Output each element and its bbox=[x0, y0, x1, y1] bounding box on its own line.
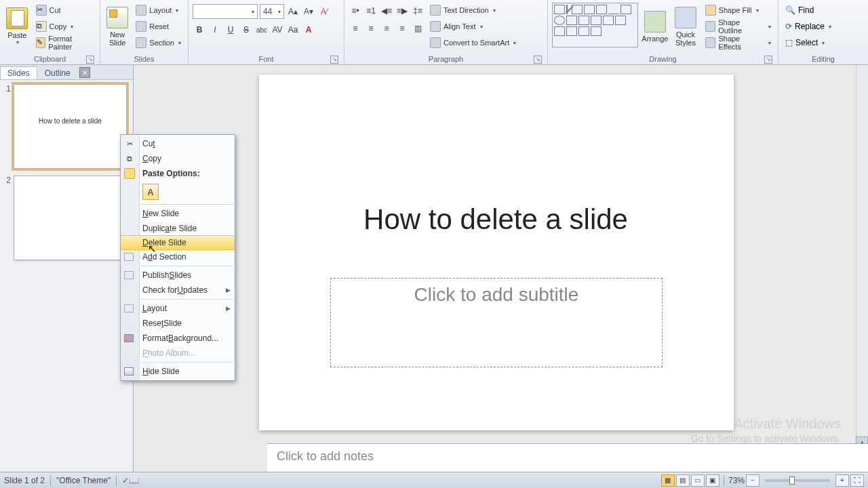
decrease-font-button[interactable]: A▾ bbox=[302, 5, 315, 18]
zoom-in-button[interactable]: + bbox=[835, 474, 849, 487]
ctx-hide-slide[interactable]: Hide Slide bbox=[121, 364, 235, 379]
clear-formatting-button[interactable]: A⁄ bbox=[317, 5, 331, 18]
decrease-indent-button[interactable]: ◀≡ bbox=[380, 4, 393, 18]
font-size-combo[interactable]: 44▾ bbox=[260, 4, 284, 19]
ctx-delete-slide[interactable]: Delete Slide bbox=[121, 235, 235, 250]
vertical-scrollbar[interactable] bbox=[856, 65, 868, 472]
zoom-level[interactable]: 73% bbox=[728, 476, 745, 485]
shape-effects-label: Shape Effects bbox=[718, 35, 764, 51]
tab-slides[interactable]: Slides bbox=[0, 66, 37, 79]
section-icon bbox=[124, 253, 134, 261]
ctx-format-background[interactable]: Format Background... bbox=[121, 331, 235, 346]
increase-font-button[interactable]: A▴ bbox=[286, 5, 300, 18]
replace-button[interactable]: ⟳Replace▾ bbox=[783, 19, 834, 34]
arrange-button[interactable]: Arrange bbox=[641, 3, 669, 50]
ctx-add-section[interactable]: Add Section bbox=[121, 249, 235, 264]
increase-indent-button[interactable]: ≡▶ bbox=[395, 4, 409, 18]
shape-outline-button[interactable]: Shape Outline▾ bbox=[703, 19, 774, 34]
zoom-out-button[interactable]: − bbox=[746, 474, 760, 487]
replace-label: Replace bbox=[795, 22, 825, 31]
columns-button[interactable]: ▥ bbox=[411, 22, 425, 35]
tab-outline[interactable]: Outline bbox=[37, 66, 78, 79]
shadow-button[interactable]: abc bbox=[255, 23, 269, 37]
text-direction-button[interactable]: Text Direction▾ bbox=[427, 3, 519, 18]
spellcheck-icon[interactable]: ✓📖 bbox=[122, 476, 139, 485]
dialog-launcher-icon[interactable]: ↘ bbox=[86, 56, 94, 64]
group-label-font: Font bbox=[258, 55, 273, 63]
dialog-launcher-icon[interactable]: ↘ bbox=[764, 56, 772, 64]
slide-canvas[interactable]: How to delete a slide Click to add subti… bbox=[259, 75, 734, 430]
paste-button[interactable]: Paste ▾ bbox=[4, 3, 31, 50]
submenu-arrow-icon: ▶ bbox=[226, 305, 231, 312]
shape-effects-button[interactable]: Shape Effects▾ bbox=[703, 35, 774, 50]
align-center-button[interactable]: ≡ bbox=[364, 22, 378, 35]
section-button[interactable]: Section▾ bbox=[133, 35, 184, 50]
reset-label: Reset bbox=[149, 22, 169, 30]
justify-button[interactable]: ≡ bbox=[395, 22, 409, 35]
paste-keep-formatting-icon: A bbox=[142, 184, 159, 200]
normal-view-button[interactable]: ▦ bbox=[661, 474, 675, 487]
slide-title[interactable]: How to delete a slide bbox=[302, 203, 689, 236]
reset-button[interactable]: Reset bbox=[133, 19, 184, 34]
reading-view-button[interactable]: ▭ bbox=[691, 474, 705, 487]
zoom-slider-thumb[interactable] bbox=[789, 476, 795, 485]
character-spacing-button[interactable]: AV bbox=[271, 23, 284, 37]
cut-icon: ✂ bbox=[124, 138, 135, 149]
font-family-combo[interactable]: ▾ bbox=[193, 4, 258, 19]
slide-thumbnail-2[interactable]: 2 bbox=[4, 176, 129, 260]
italic-button[interactable]: I bbox=[208, 23, 222, 37]
bold-button[interactable]: B bbox=[193, 23, 206, 37]
slideshow-view-button[interactable]: ▣ bbox=[706, 474, 719, 487]
underline-button[interactable]: U bbox=[224, 23, 237, 37]
copy-label: Copy bbox=[50, 22, 67, 30]
ctx-cut[interactable]: ✂Cut bbox=[121, 136, 235, 151]
align-right-button[interactable]: ≡ bbox=[380, 22, 393, 35]
cut-button[interactable]: ✂Cut bbox=[33, 3, 96, 18]
ctx-paste-option[interactable]: A bbox=[121, 181, 235, 203]
line-spacing-button[interactable]: ‡≡ bbox=[411, 4, 425, 18]
section-icon bbox=[136, 37, 146, 48]
zoom-slider[interactable] bbox=[765, 479, 830, 482]
slide-thumbnail-1[interactable]: 1 How to delete a slide bbox=[4, 84, 129, 169]
thumb-preview: How to delete a slide bbox=[14, 84, 127, 169]
bullets-button[interactable]: ≡• bbox=[349, 4, 362, 18]
strikethrough-button[interactable]: S bbox=[239, 23, 253, 37]
shapes-gallery[interactable] bbox=[552, 3, 638, 47]
fit-to-window-button[interactable]: ⛶ bbox=[850, 474, 864, 487]
quick-styles-button[interactable]: Quick Styles bbox=[671, 3, 699, 50]
copy-button[interactable]: ⧉Copy▾ bbox=[33, 19, 96, 34]
subtitle-placeholder[interactable]: Click to add subtitle bbox=[330, 278, 663, 367]
change-case-button[interactable]: Aa bbox=[286, 23, 300, 37]
thumb-number: 2 bbox=[4, 176, 14, 260]
dialog-launcher-icon[interactable]: ↘ bbox=[534, 56, 542, 64]
shape-fill-button[interactable]: Shape Fill▾ bbox=[703, 3, 774, 18]
paste-icon bbox=[124, 168, 135, 179]
ctx-check-updates[interactable]: Check for Updates▶ bbox=[121, 283, 235, 298]
dialog-launcher-icon[interactable]: ↘ bbox=[330, 56, 338, 64]
align-text-button[interactable]: Align Text▾ bbox=[427, 19, 519, 34]
layout-button[interactable]: Layout▾ bbox=[133, 3, 184, 18]
find-icon: 🔍 bbox=[785, 5, 795, 15]
font-color-button[interactable]: A bbox=[302, 23, 315, 37]
paste-options-label: Paste Options: bbox=[142, 169, 200, 178]
ctx-reset-slide[interactable]: Reset Slide bbox=[121, 316, 235, 331]
ctx-layout[interactable]: Layout▶ bbox=[121, 301, 235, 316]
notes-pane[interactable]: Click to add notes bbox=[267, 443, 868, 472]
ctx-copy[interactable]: ⧉Copy bbox=[121, 151, 235, 166]
find-button[interactable]: 🔍Find bbox=[783, 3, 816, 18]
ctx-duplicate-slide[interactable]: Duplicate Slide bbox=[121, 221, 235, 236]
select-button[interactable]: ⬚Select▾ bbox=[783, 35, 827, 50]
text-direction-label: Text Direction bbox=[443, 6, 489, 14]
format-painter-button[interactable]: ✎Format Painter bbox=[33, 35, 96, 50]
shape-outline-label: Shape Outline bbox=[718, 18, 764, 35]
convert-smartart-button[interactable]: Convert to SmartArt▾ bbox=[427, 35, 519, 50]
numbering-button[interactable]: ≡1 bbox=[364, 4, 378, 18]
ctx-publish-slides[interactable]: Publish Slides bbox=[121, 268, 235, 283]
activate-windows-watermark: Activate Windows Go to Settings to activ… bbox=[691, 415, 841, 445]
close-pane-button[interactable]: ✕ bbox=[79, 67, 90, 78]
new-slide-button[interactable]: New Slide bbox=[104, 3, 130, 50]
group-paragraph: ≡• ≡1 ◀≡ ≡▶ ‡≡ ≡ ≡ ≡ ≡ ▥ Text Direction▾… bbox=[344, 0, 548, 65]
sorter-view-button[interactable]: ▤ bbox=[676, 474, 690, 487]
ctx-new-slide[interactable]: New Slide bbox=[121, 206, 235, 221]
align-left-button[interactable]: ≡ bbox=[349, 22, 362, 35]
